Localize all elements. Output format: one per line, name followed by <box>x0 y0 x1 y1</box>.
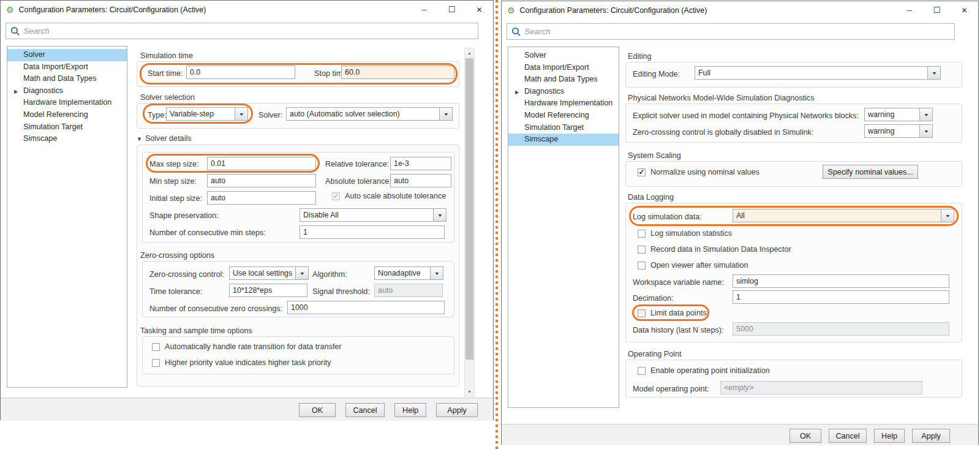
zero-crossing-control-dropdown[interactable]: Use local settings ▼ <box>229 266 309 280</box>
model-operating-point-label: Model operating point: <box>633 385 709 393</box>
maximize-button[interactable]: ☐ <box>923 1 951 19</box>
consecutive-min-steps-label: Number of consecutive min steps: <box>149 228 266 237</box>
dropdown-arrow-icon: ▼ <box>299 271 305 276</box>
scroll-down-icon[interactable]: ▼ <box>465 387 474 396</box>
solver-details-header[interactable]: ▼Solver details <box>137 134 192 143</box>
editing-mode-label: Editing Mode: <box>633 70 680 78</box>
workspace-variable-field[interactable]: simlog <box>733 274 949 288</box>
min-step-label: Min step size: <box>149 177 197 186</box>
sidebar-item-data-import-export[interactable]: Data Import/Export <box>7 61 127 74</box>
right-footer: OK Cancel Help Apply <box>502 424 978 445</box>
cancel-button[interactable]: Cancel <box>345 403 385 417</box>
expand-arrow-icon[interactable]: ▶ <box>14 86 18 98</box>
open-viewer-checkbox[interactable] <box>638 262 646 270</box>
checkmark-icon: ✓ <box>333 192 339 200</box>
signal-threshold-label: Signal threshold: <box>312 287 370 296</box>
sidebar-item-simulation-target[interactable]: Simulation Target <box>508 122 619 134</box>
close-button[interactable]: ✕ <box>466 1 493 18</box>
dropdown-arrow-icon: ▼ <box>931 71 937 75</box>
zero-crossing-disabled-dropdown[interactable]: warning ▼ <box>864 124 933 138</box>
normalize-checkbox[interactable]: ✓ <box>638 168 646 176</box>
log-statistics-checkbox[interactable] <box>638 230 646 238</box>
apply-button[interactable]: Apply <box>912 429 950 443</box>
absolute-tolerance-field[interactable]: auto <box>390 174 451 187</box>
decimation-field[interactable]: 1 <box>733 290 949 304</box>
sidebar-item-model-referencing[interactable]: Model Referencing <box>508 110 619 122</box>
data-logging-heading: Data Logging <box>628 193 674 202</box>
sidebar-item-math-and-data-types[interactable]: Math and Data Types <box>7 73 127 85</box>
algorithm-label: Algorithm: <box>312 270 347 279</box>
sidebar-item-hardware-implementation[interactable]: Hardware Implementation <box>7 97 127 109</box>
consecutive-min-steps-field[interactable]: 1 <box>300 225 445 239</box>
record-data-checkbox[interactable] <box>638 246 646 254</box>
time-tolerance-label: Time tolerance: <box>149 287 202 296</box>
help-button[interactable]: Help <box>874 429 905 443</box>
signal-threshold-field: auto <box>374 284 443 297</box>
scrollbar-thumb[interactable] <box>466 58 473 360</box>
sidebar-item-math-and-data-types[interactable]: Math and Data Types <box>508 74 619 86</box>
explicit-solver-dropdown[interactable]: warning ▼ <box>864 108 933 121</box>
search-input[interactable]: Search <box>507 23 955 40</box>
specify-nominal-values-button[interactable]: Specify nominal values... <box>823 165 918 179</box>
ok-button[interactable]: OK <box>790 429 821 443</box>
zero-crossing-heading: Zero-crossing options <box>140 251 214 260</box>
maximize-button[interactable]: ☐ <box>438 1 466 18</box>
left-category-list: Solver Data Import/Export Math and Data … <box>7 46 127 388</box>
search-icon <box>10 26 20 36</box>
sidebar-item-model-referencing[interactable]: Model Referencing <box>7 109 127 121</box>
time-tolerance-field[interactable]: 10*128*eps <box>229 284 307 297</box>
sidebar-item-simulation-target[interactable]: Simulation Target <box>7 121 127 134</box>
solver-dropdown[interactable]: auto (Automatic solver selection) ▼ <box>286 107 453 121</box>
collapse-arrow-icon[interactable]: ▼ <box>137 136 142 142</box>
log-statistics-row: Log simulation statistics <box>638 229 732 238</box>
log-simulation-data-dropdown[interactable]: All ▼ <box>733 209 954 222</box>
sidebar-item-solver[interactable]: Solver <box>508 50 619 62</box>
sidebar-item-data-import-export[interactable]: Data Import/Export <box>508 62 619 74</box>
auto-scale-tolerance-row: ✓ Auto scale absolute tolerance <box>332 192 446 200</box>
expand-arrow-icon[interactable]: ▶ <box>515 86 519 99</box>
initial-step-field[interactable]: auto <box>207 191 316 205</box>
consecutive-zero-crossings-field[interactable]: 1000 <box>287 301 445 314</box>
search-icon <box>511 27 521 37</box>
search-input[interactable]: Search <box>6 23 478 39</box>
close-button[interactable]: ✕ <box>951 1 978 19</box>
zero-crossing-disabled-label: Zero-crossing control is globally disabl… <box>633 128 813 137</box>
apply-button[interactable]: Apply <box>436 403 478 417</box>
sidebar-item-diagnostics[interactable]: ▶Diagnostics <box>7 85 127 97</box>
minimize-button[interactable]: ─ <box>410 1 438 18</box>
rate-transition-checkbox[interactable] <box>152 343 160 351</box>
log-simulation-data-label: Log simulation data: <box>633 213 702 221</box>
initial-step-label: Initial step size: <box>149 194 202 203</box>
enable-operating-point-checkbox[interactable] <box>638 367 646 375</box>
window-title: Configuration Parameters: Circuit/Config… <box>19 6 206 14</box>
ok-button[interactable]: OK <box>299 403 336 417</box>
sidebar-item-simscape[interactable]: Simscape <box>7 133 127 145</box>
editing-mode-dropdown[interactable]: Full ▼ <box>695 66 941 80</box>
consecutive-zero-crossings-label: Number of consecutive zero crossings: <box>149 304 282 313</box>
priority-checkbox[interactable] <box>152 359 160 367</box>
normalize-row: ✓ Normalize using nominal values <box>638 168 760 176</box>
dropdown-arrow-icon: ▼ <box>923 113 929 117</box>
max-step-field[interactable]: 0.01 <box>207 157 316 170</box>
auto-scale-tolerance-checkbox[interactable]: ✓ <box>332 192 340 200</box>
rate-transition-row: Automatically handle rate transition for… <box>152 342 341 351</box>
sidebar-item-hardware-implementation[interactable]: Hardware Implementation <box>508 97 619 110</box>
stop-time-field[interactable]: 60.0 <box>341 66 454 79</box>
solver-type-dropdown[interactable]: Variable-step ▼ <box>166 107 248 121</box>
vertical-scrollbar[interactable]: ▲ ▼ <box>464 48 475 397</box>
editing-heading: Editing <box>628 52 652 61</box>
relative-tolerance-field[interactable]: 1e-3 <box>390 157 451 170</box>
cancel-button[interactable]: Cancel <box>829 429 867 443</box>
min-step-field[interactable]: auto <box>207 174 316 187</box>
minimize-button[interactable]: ─ <box>895 1 923 19</box>
shape-preservation-dropdown[interactable]: Disable All ▼ <box>300 208 447 222</box>
scroll-up-icon[interactable]: ▲ <box>465 48 474 58</box>
help-button[interactable]: Help <box>394 403 426 417</box>
start-time-field[interactable]: 0.0 <box>186 66 295 79</box>
sidebar-item-solver[interactable]: Solver <box>7 49 127 61</box>
search-placeholder: Search <box>23 26 50 36</box>
algorithm-dropdown[interactable]: Nonadaptive ▼ <box>374 266 443 280</box>
sidebar-item-diagnostics[interactable]: ▶Diagnostics <box>508 86 619 98</box>
sidebar-item-simscape[interactable]: Simscape <box>508 134 619 146</box>
limit-data-points-checkbox[interactable] <box>638 309 646 317</box>
